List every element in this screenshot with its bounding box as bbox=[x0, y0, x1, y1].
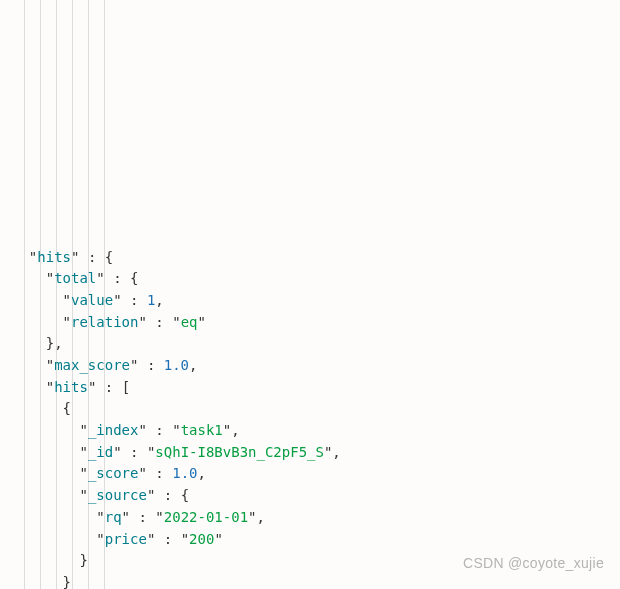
key-relation: relation bbox=[71, 314, 138, 330]
key-hits: hits bbox=[37, 249, 71, 265]
value-relation: eq bbox=[181, 314, 198, 330]
value-score: 1.0 bbox=[172, 465, 197, 481]
value-id: sQhI-I8BvB3n_C2pF5_S bbox=[155, 444, 324, 460]
key-total: total bbox=[54, 270, 96, 286]
json-code-block: "hits" : { "total" : { "value" : 1, "rel… bbox=[12, 247, 608, 589]
key-price: price bbox=[105, 531, 147, 547]
key-index: _index bbox=[88, 422, 139, 438]
key-value: value bbox=[71, 292, 113, 308]
value-rq: 2022-01-01 bbox=[164, 509, 248, 525]
value-max-score: 1.0 bbox=[164, 357, 189, 373]
key-score: _score bbox=[88, 465, 139, 481]
key-hits-array: hits bbox=[54, 379, 88, 395]
key-max-score: max_score bbox=[54, 357, 130, 373]
key-id: _id bbox=[88, 444, 113, 460]
key-source: _source bbox=[88, 487, 147, 503]
value-price: 200 bbox=[189, 531, 214, 547]
value-index: task1 bbox=[181, 422, 223, 438]
key-rq: rq bbox=[105, 509, 122, 525]
